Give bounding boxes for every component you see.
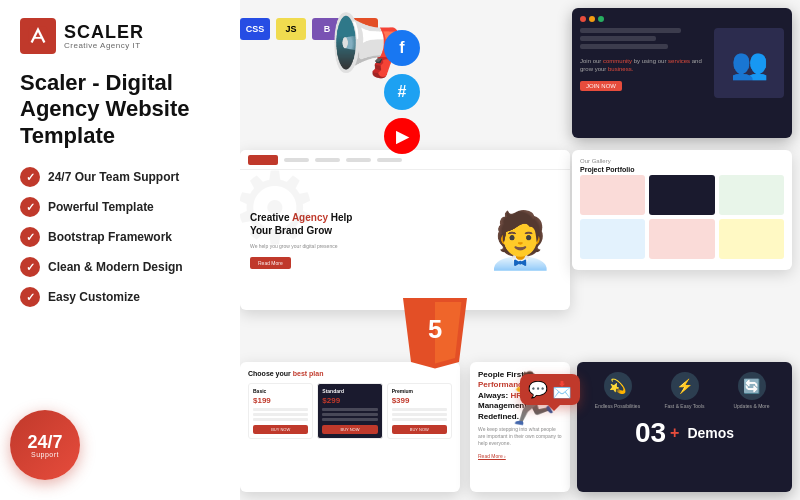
feature-item-4: Clean & Modern Design xyxy=(20,257,220,277)
check-icon-5 xyxy=(20,287,40,307)
preview-hero-right: 🧑‍💼 xyxy=(470,170,570,310)
demo-icon-circle-2: ⚡ xyxy=(671,372,699,400)
demos-count-number: 03 xyxy=(635,419,666,447)
feature-label-1: 24/7 Our Team Support xyxy=(48,170,179,184)
main-title: Scaler - Digital Agency Website Template xyxy=(20,70,220,149)
logo-icon xyxy=(20,18,56,54)
plan-btn-basic[interactable]: BUY NOW xyxy=(253,425,308,434)
demos-icons-grid: 💫 Endless Possibilities ⚡ Fast & Easy To… xyxy=(587,372,782,409)
check-icon-1 xyxy=(20,167,40,187)
page-container: SCALER Creative Agency IT CSS JS B H5 Sc… xyxy=(0,0,800,500)
html5-badge: 5 xyxy=(395,290,475,370)
social-icons-group: f # ▶ xyxy=(384,30,420,154)
preview-nav xyxy=(284,158,562,162)
feature-label-4: Clean & Modern Design xyxy=(48,260,183,274)
demo-item-1: 💫 Endless Possibilities xyxy=(587,372,648,409)
svg-text:5: 5 xyxy=(428,315,442,343)
pricing-card-standard: Standard $299 BUY NOW xyxy=(317,383,382,439)
feature-label-3: Bootstrap Framework xyxy=(48,230,172,244)
demo-icon-circle-3: 🔄 xyxy=(738,372,766,400)
plan-line-1 xyxy=(253,408,308,411)
pricing-card-basic: Basic $199 BUY NOW xyxy=(248,383,313,439)
feature-label-5: Easy Customize xyxy=(48,290,140,304)
pricing-card-premium: Premium $399 BUY NOW xyxy=(387,383,452,439)
plan-btn-premium[interactable]: BUY NOW xyxy=(392,425,447,434)
plan-name-basic: Basic xyxy=(253,388,308,394)
hr-text: We keep stepping into what people are im… xyxy=(478,426,562,447)
plan-line-7 xyxy=(392,408,447,411)
js-badge: JS xyxy=(276,18,306,40)
gallery-eyebrow: Our Gallery xyxy=(580,158,784,164)
plan-line-6 xyxy=(322,418,377,421)
gallery-grid xyxy=(580,175,784,259)
dark-preview-btn: JOIN NOW xyxy=(580,81,622,91)
badge-247-sub: Support xyxy=(31,451,59,458)
hashtag-icon: # xyxy=(384,74,420,110)
plan-line-4 xyxy=(322,408,377,411)
demo-icon-label-2: Fast & Easy Tools xyxy=(665,403,705,409)
plan-line-3 xyxy=(253,418,308,421)
chat-bubble: 💬 📩 xyxy=(520,374,580,405)
plan-name-standard: Standard xyxy=(322,388,377,394)
badge-247: 24/7 Support xyxy=(10,410,80,480)
feature-item-1: 24/7 Our Team Support xyxy=(20,167,220,187)
plan-line-2 xyxy=(253,413,308,416)
gear-bg-icon: ⚙ xyxy=(240,150,320,267)
preview-dark-illustration: 👥 xyxy=(714,28,784,98)
preview-gallery: Our Gallery Project Portfolio xyxy=(572,150,792,270)
check-icon-2 xyxy=(20,197,40,217)
hero-illustration: 🧑‍💼 xyxy=(486,208,555,273)
gallery-thumb-6 xyxy=(719,219,784,259)
facebook-icon: f xyxy=(384,30,420,66)
plan-btn-standard[interactable]: BUY NOW xyxy=(322,425,377,434)
logo-subtitle: Creative Agency IT xyxy=(64,41,144,50)
plan-price-premium: $399 xyxy=(392,396,447,405)
demo-item-3: 🔄 Updates & More xyxy=(721,372,782,409)
demos-count-area: 03 + Demos xyxy=(587,419,782,447)
youtube-icon: ▶ xyxy=(384,118,420,154)
gallery-thumb-4 xyxy=(580,219,645,259)
gallery-thumb-1 xyxy=(580,175,645,215)
badge-247-text: 24/7 xyxy=(27,433,62,451)
pricing-cards: Basic $199 BUY NOW Standard $299 BUY NOW xyxy=(248,383,452,439)
feature-label-2: Powerful Template xyxy=(48,200,154,214)
message-icon: 📩 xyxy=(552,380,572,399)
logo-area: SCALER Creative Agency IT xyxy=(20,18,220,54)
logo-text-area: SCALER Creative Agency IT xyxy=(64,23,144,50)
demo-icon-circle-1: 💫 xyxy=(604,372,632,400)
plan-name-premium: Premium xyxy=(392,388,447,394)
feature-item-2: Powerful Template xyxy=(20,197,220,217)
pricing-title: Choose your best plan xyxy=(248,370,452,377)
plan-line-9 xyxy=(392,418,447,421)
feature-item-5: Easy Customize xyxy=(20,287,220,307)
left-panel: SCALER Creative Agency IT CSS JS B H5 Sc… xyxy=(0,0,240,500)
check-icon-4 xyxy=(20,257,40,277)
logo-title: SCALER xyxy=(64,23,144,41)
gallery-thumb-2 xyxy=(649,175,714,215)
demos-count-plus: + xyxy=(670,424,679,442)
plan-line-5 xyxy=(322,413,377,416)
demo-item-2: ⚡ Fast & Easy Tools xyxy=(654,372,715,409)
chat-icon: 💬 xyxy=(528,380,548,399)
demos-label-text: Demos xyxy=(687,425,734,441)
preview-pricing: Choose your best plan Basic $199 BUY NOW… xyxy=(240,362,460,492)
plan-line-8 xyxy=(392,413,447,416)
demo-icon-label-3: Updates & More xyxy=(733,403,769,409)
gallery-title: Project Portfolio xyxy=(580,166,784,173)
css-badge: CSS xyxy=(240,18,270,40)
preview-dark: Join our community by using our services… xyxy=(572,8,792,138)
preview-demos: 💫 Endless Possibilities ⚡ Fast & Easy To… xyxy=(577,362,792,492)
demo-icon-label-1: Endless Possibilities xyxy=(595,403,640,409)
feature-list: 24/7 Our Team Support Powerful Template … xyxy=(20,167,220,307)
hr-link: Read More › xyxy=(478,453,562,459)
plan-price-standard: $299 xyxy=(322,396,377,405)
right-panel: ⚙ 📢 f # ▶ xyxy=(240,0,800,500)
gallery-thumb-3 xyxy=(719,175,784,215)
window-dots xyxy=(580,16,784,22)
plan-price-basic: $199 xyxy=(253,396,308,405)
gallery-thumb-5 xyxy=(649,219,714,259)
feature-item-3: Bootstrap Framework xyxy=(20,227,220,247)
community-text: Join our community by using our services… xyxy=(580,57,706,74)
check-icon-3 xyxy=(20,227,40,247)
